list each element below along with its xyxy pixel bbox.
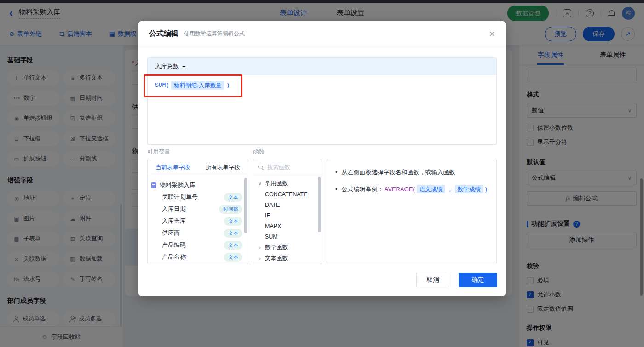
function-item[interactable]: SUM (258, 231, 317, 242)
chevron-right-icon: › (258, 245, 262, 250)
example-function-name: AVERAGE( (385, 186, 415, 193)
variables-tabs: 当前表单字段 所有表单字段 (148, 159, 248, 176)
bullet: • (335, 168, 338, 177)
function-group-text[interactable]: ›文本函数 (258, 253, 317, 264)
variable-row[interactable]: 入库仓库文本 (151, 215, 244, 227)
chevron-right-icon: › (258, 256, 262, 261)
formula-editor: 入库总数 = SUM(物料明细.入库数量) (147, 57, 497, 145)
variables-label: 可用变量 (147, 148, 170, 156)
equals-sign: = (182, 63, 186, 70)
modal-subtitle: 使用数学运算符编辑公式 (184, 30, 245, 38)
type-badge: 文本 (224, 253, 242, 262)
chevron-down-icon: ∨ (258, 181, 262, 187)
formula-tips-panel: •从左侧面板选择字段名和函数，或输入函数 • 公式编辑举例：AVERAGE(语文… (327, 159, 497, 264)
variable-row[interactable]: 入库日期时间戳 (151, 203, 244, 215)
confirm-button[interactable]: 确定 (459, 273, 497, 287)
example-comma: ， (447, 186, 453, 193)
type-badge: 文本 (224, 241, 242, 250)
tip-example-line: • 公式编辑举例：AVERAGE(语文成绩，数学成绩) (335, 185, 488, 194)
variable-row[interactable]: 产品名称文本 (151, 251, 244, 263)
variables-tree: 物料采购入库 关联计划单号文本 入库日期时间戳 入库仓库文本 供应商文本 产品编… (148, 176, 248, 264)
function-search-input[interactable] (267, 164, 309, 171)
type-badge: 文本 (224, 193, 242, 202)
function-group-common[interactable]: ∨常用函数 (258, 178, 317, 189)
example-field-token: 语文成绩 (417, 185, 445, 193)
functions-scrollbar[interactable] (318, 177, 321, 232)
formula-field-token[interactable]: 物料明细.入库数量 (171, 81, 224, 90)
cancel-button[interactable]: 取消 (416, 273, 449, 287)
tree-root-form[interactable]: 物料采购入库 (151, 179, 244, 191)
form-doc-icon (151, 182, 156, 188)
app-window: ‹ 物料采购入库 表单设计 表单设置 数据管理 A ? 检 ⊘表单外链 ⊡后端脚… (0, 0, 644, 347)
tab-current-form-fields[interactable]: 当前表单字段 (148, 159, 198, 176)
functions-tree: ∨常用函数 CONCATENATE DATE IF MAPX SUM ›数学函数… (253, 175, 322, 264)
function-item[interactable]: MAPX (258, 221, 317, 231)
type-badge: 时间戳 (219, 205, 242, 214)
functions-panel: ∨常用函数 CONCATENATE DATE IF MAPX SUM ›数学函数… (253, 159, 322, 264)
variable-row[interactable]: 供应商文本 (151, 227, 244, 239)
bullet: • (335, 185, 338, 194)
function-item[interactable]: DATE (258, 199, 317, 210)
example-close-paren: ) (485, 186, 487, 193)
formula-target-field: 入库总数 (155, 63, 179, 71)
variable-row[interactable]: 关联计划单号文本 (151, 191, 244, 203)
functions-label: 函数 (253, 148, 264, 156)
formula-close-paren: ) (226, 82, 230, 89)
formula-input-area[interactable]: SUM(物料明细.入库数量) (148, 75, 496, 144)
function-item[interactable]: CONCATENATE (258, 189, 317, 199)
formula-target-bar: 入库总数 = (148, 58, 496, 75)
modal-footer: 取消 确定 (416, 273, 497, 287)
function-search-row (253, 159, 322, 175)
modal-header: 公式编辑 使用数学运算符编辑公式 × (138, 21, 506, 47)
modal-title: 公式编辑 (149, 29, 178, 39)
tab-all-form-fields[interactable]: 所有表单字段 (198, 159, 248, 176)
close-icon[interactable]: × (489, 29, 495, 39)
variables-scrollbar[interactable] (244, 178, 247, 233)
function-group-math[interactable]: ›数学函数 (258, 242, 317, 253)
tip-line: •从左侧面板选择字段名和函数，或输入函数 (335, 168, 488, 177)
formula-function: SUM( (155, 82, 169, 89)
function-item[interactable]: IF (258, 210, 317, 221)
variable-row[interactable]: 产品编码文本 (151, 239, 244, 251)
type-badge: 文本 (224, 217, 242, 226)
type-badge: 文本 (224, 229, 242, 238)
variables-panel: 当前表单字段 所有表单字段 物料采购入库 关联计划单号文本 入库日期时间戳 入库… (147, 159, 248, 264)
formula-edit-modal: 公式编辑 使用数学运算符编辑公式 × 入库总数 = SUM(物料明细.入库数量)… (138, 21, 506, 296)
example-field-token: 数学成绩 (455, 185, 483, 193)
search-icon (258, 164, 264, 170)
